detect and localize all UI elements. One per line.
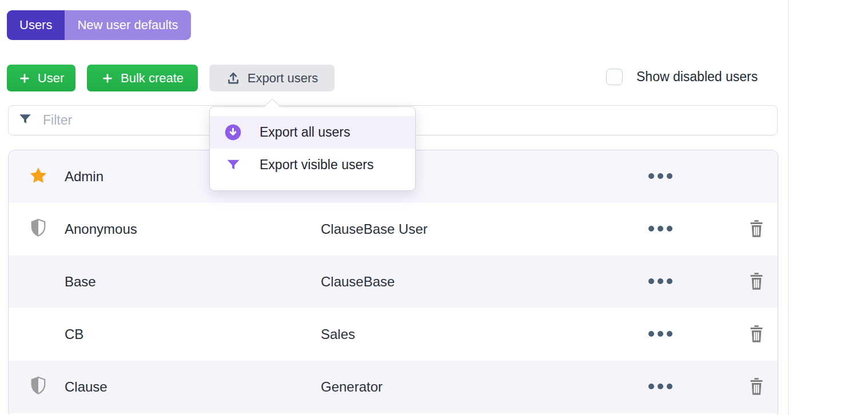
add-user-label: User: [38, 71, 64, 86]
row-menu-button[interactable]: [643, 323, 678, 346]
ellipsis-icon: [648, 278, 673, 286]
table-row[interactable]: Base ClauseBase: [9, 256, 778, 308]
row-icon-cell: [22, 165, 54, 188]
ellipsis-icon: [648, 330, 673, 339]
delete-button[interactable]: [744, 269, 769, 294]
table-row[interactable]: Anonymous ClauseBase User: [9, 203, 778, 256]
menu-item-export-all-users[interactable]: Export all users: [210, 116, 415, 149]
delete-button[interactable]: [744, 374, 769, 400]
row-menu-button[interactable]: [643, 165, 678, 188]
export-users-label: Export users: [248, 71, 318, 86]
user-name: CB: [65, 326, 83, 342]
funnel-icon: [224, 157, 242, 173]
shield-icon: [30, 218, 47, 240]
bulk-create-button[interactable]: Bulk create: [87, 65, 198, 91]
trash-icon: [748, 272, 765, 292]
trash-icon: [748, 220, 765, 240]
delete-button[interactable]: [744, 217, 769, 242]
user-group: ClauseBase User: [321, 221, 428, 237]
menu-item-label: Export visible users: [260, 157, 373, 173]
tab-group: Users New user defaults: [7, 10, 191, 40]
user-group: Sales: [321, 326, 355, 342]
tab-new-user-defaults[interactable]: New user defaults: [65, 10, 190, 40]
funnel-icon: [18, 112, 33, 129]
row-icon-cell: [22, 376, 54, 398]
row-menu-button[interactable]: [643, 376, 678, 398]
user-name: Clause: [65, 379, 107, 395]
plus-icon: [18, 72, 31, 85]
ellipsis-icon: [648, 383, 673, 392]
show-disabled-users-control: Show disabled users: [606, 69, 758, 85]
add-user-button[interactable]: User: [7, 65, 75, 91]
panel-divider: [788, 0, 789, 415]
ellipsis-icon: [648, 173, 673, 181]
user-name: Anonymous: [65, 221, 137, 237]
user-group: ClauseBase: [321, 274, 395, 290]
bulk-create-label: Bulk create: [121, 71, 184, 86]
tab-users[interactable]: Users: [7, 10, 65, 40]
users-admin-page: Users New user defaults User Bulk create…: [0, 0, 868, 415]
upload-icon: [226, 71, 241, 86]
ellipsis-icon: [648, 225, 673, 234]
table-row[interactable]: Clause Generator: [9, 361, 778, 413]
export-dropdown-menu: Export all users Export visible users: [209, 106, 416, 191]
shield-icon: [30, 376, 47, 398]
show-disabled-label: Show disabled users: [636, 69, 758, 85]
row-menu-button[interactable]: [643, 270, 678, 293]
delete-button[interactable]: [744, 322, 769, 347]
table-row[interactable]: CB Sales: [9, 308, 778, 361]
menu-item-label: Export all users: [260, 125, 351, 140]
plus-icon: [101, 72, 114, 85]
user-group: Generator: [321, 379, 383, 395]
star-icon: [28, 165, 49, 188]
row-icon-cell: [22, 218, 54, 240]
export-users-button[interactable]: Export users: [209, 65, 335, 91]
user-name: Base: [65, 274, 96, 290]
user-name: Admin: [65, 169, 103, 185]
show-disabled-checkbox[interactable]: [606, 69, 623, 85]
dropdown-caret: [264, 98, 280, 114]
download-circle-icon: [224, 123, 242, 142]
trash-icon: [748, 377, 765, 397]
menu-item-export-visible-users[interactable]: Export visible users: [210, 149, 415, 181]
trash-icon: [748, 325, 765, 345]
row-menu-button[interactable]: [643, 218, 678, 241]
